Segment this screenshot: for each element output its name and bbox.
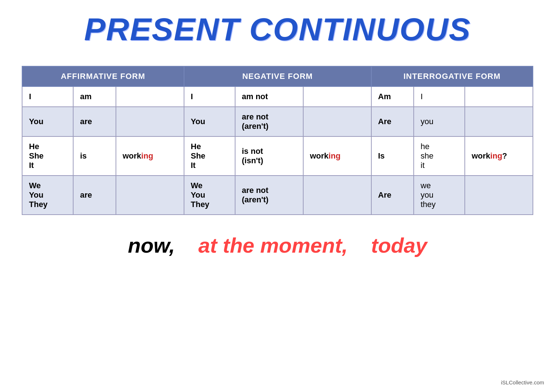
int-aux-i: Am — [378, 92, 391, 101]
table-row-weyouthey: WeYouThey are WeYouThey are not(aren't) … — [22, 176, 533, 215]
int-subject-weyouthey: weyouthey — [421, 181, 436, 209]
credit: iSLCollective.com — [501, 379, 544, 385]
neg-subject-weyouthey: WeYouThey — [191, 181, 209, 209]
footer-keywords: now, at the moment, today — [128, 233, 427, 257]
neg-gerund-hesheit: working — [310, 151, 341, 160]
neg-verb-weyouthey: are not(aren't) — [242, 186, 269, 204]
aff-verb-you: are — [80, 117, 92, 126]
neg-subject-you: You — [191, 117, 205, 126]
table-row-you: You are You are not(aren't) Are you — [22, 107, 533, 136]
aff-verb-hesheit: is — [80, 151, 87, 160]
grammar-table: AFFIRMATIVE FORM NEGATIVE FORM INTERROGA… — [22, 66, 533, 215]
int-gerund-hesheit: working? — [472, 151, 507, 160]
int-aux-hesheit: Is — [378, 151, 385, 160]
int-aux-you: Are — [378, 117, 392, 126]
header-negative: NEGATIVE FORM — [184, 66, 371, 87]
footer-now: now, — [128, 233, 175, 257]
int-subject-hesheit: hesheit — [421, 142, 433, 170]
table-row-i: I am I am not Am I — [22, 87, 533, 107]
aff-subject-you: You — [29, 117, 43, 126]
footer-moment: at the moment, — [198, 233, 348, 257]
neg-verb-hesheit: is not(isn't) — [242, 147, 263, 165]
aff-subject-i: I — [29, 92, 31, 101]
aff-gerund-hesheit: working — [123, 151, 153, 160]
header-affirmative: AFFIRMATIVE FORM — [22, 66, 184, 87]
aff-verb-i: am — [80, 92, 92, 101]
int-subject-i: I — [421, 92, 423, 101]
neg-verb-you: are not(aren't) — [242, 112, 269, 131]
int-subject-you: you — [421, 117, 433, 126]
footer-today: today — [371, 233, 427, 257]
neg-subject-hesheit: HeSheIt — [191, 142, 205, 170]
aff-subject-hesheit: HeSheIt — [29, 142, 43, 170]
neg-verb-i: am not — [242, 92, 268, 101]
table-row-hesheit: HeSheIt is working HeSheIt is not(isn't)… — [22, 136, 533, 176]
aff-verb-weyouthey: are — [80, 190, 92, 199]
header-interrogative: INTERROGATIVE FORM — [371, 66, 533, 87]
page-title: PRESENT CONTINUOUS — [84, 11, 471, 48]
neg-subject-i: I — [191, 92, 193, 101]
int-aux-weyouthey: Are — [378, 190, 392, 199]
aff-subject-weyouthey: WeYouThey — [29, 181, 47, 209]
